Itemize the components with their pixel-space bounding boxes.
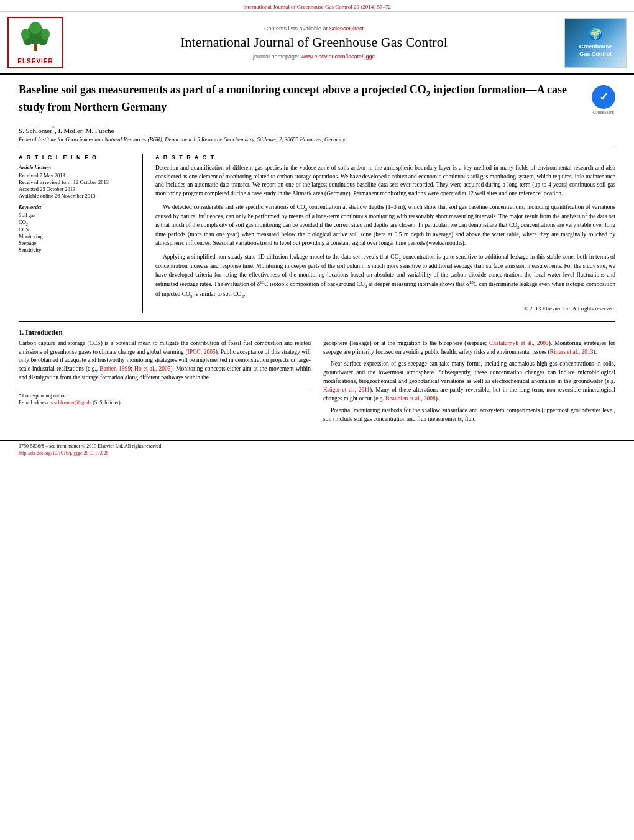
article-info-abstract-section: A R T I C L E I N F O Article history: R… [19, 154, 615, 313]
ritters-link[interactable]: Ritters et al., 2013 [550, 349, 594, 355]
intro-col-right: geosphere (leakage) or at the migration … [323, 339, 615, 428]
article-title: Baseline soil gas measurements as part o… [19, 82, 582, 114]
footnote-text: * Corresponding author. E-mail address: … [19, 392, 311, 406]
intro-left-p1: Carbon capture and storage (CCS) is a po… [19, 339, 311, 382]
ipcc-link[interactable]: IPCC, 2005 [188, 349, 216, 355]
intro-section: Carbon capture and storage (CCS) is a po… [19, 339, 615, 428]
authors-line: S. Schlömer*, I. Möller, M. Furche [19, 126, 615, 134]
elsevier-logo-inner: ELSEVIER [7, 17, 63, 68]
article-info-col: A R T I C L E I N F O Article history: R… [19, 154, 143, 313]
keyword-4: Monitoring [19, 233, 133, 239]
abstract-label: A B S T R A C T [155, 154, 615, 160]
crossmark-logo: ✓ CrossMark [592, 85, 615, 114]
article-title-section: Baseline soil gas measurements as part o… [19, 82, 615, 119]
accepted-date: Accepted 25 October 2013 [19, 186, 133, 192]
bottom-bar: 1750-5836/$ – see front matter © 2013 El… [0, 440, 634, 458]
received-revised-date: Received in revised form 12 October 2013 [19, 179, 133, 185]
article-content: Baseline soil gas measurements as part o… [0, 75, 634, 435]
doi-link[interactable]: http://dx.doi.org/10.1016/j.ijggc.2013.1… [19, 450, 109, 456]
ggc-logo: 🌍 GreenhouseGas Control [564, 18, 627, 68]
svg-point-4 [21, 29, 30, 40]
homepage-url[interactable]: www.elsevier.com/locate/ijggc [301, 53, 375, 60]
email-name: (S. Schlömer). [93, 400, 121, 405]
journal-title: International Journal of Greenhouse Gas … [70, 34, 558, 50]
elsevier-logo: ELSEVIER [7, 17, 63, 68]
page: International Journal of Greenhouse Gas … [0, 0, 634, 840]
abstract-p3: Applying a simplified non-steady state 1… [155, 253, 615, 300]
divider-line [19, 149, 615, 149]
journal-header-bar: International Journal of Greenhouse Gas … [0, 0, 634, 12]
keyword-3: CCS [19, 226, 133, 233]
ggc-logo-title: GreenhouseGas Control [579, 44, 612, 58]
affiliation: Federal Institute for Geosciences and Na… [19, 136, 615, 142]
history-label: Article history: [19, 164, 133, 170]
available-date: Available online 26 November 2013 [19, 193, 133, 199]
intro-body-left: Carbon capture and storage (CCS) is a po… [19, 339, 311, 382]
beaubien-link[interactable]: Beaubien et al., 2008 [385, 395, 435, 402]
ggc-logo-box: 🌍 GreenhouseGas Control [564, 18, 627, 68]
article-info-label: A R T I C L E I N F O [19, 154, 133, 160]
sciencedirect-link[interactable]: ScienceDirect [329, 25, 364, 32]
ho-link[interactable]: Ho et al., 2005 [134, 366, 170, 372]
corresponding-label: * Corresponding author. [19, 393, 67, 399]
intro-section-title: 1. Introduction [19, 328, 615, 336]
abstract-text: Detection and quantification of differen… [155, 164, 615, 313]
keyword-6: Sensitivity [19, 247, 133, 253]
chalaturnyk-link[interactable]: Chalaturnyk et al., 2005 [489, 340, 549, 346]
intro-right-p2: Near surface expression of gas seepage c… [323, 360, 615, 403]
crossmark-icon: ✓ [592, 85, 615, 109]
received-date: Received 7 May 2013 [19, 172, 133, 178]
keyword-1: Soil gas [19, 212, 133, 218]
keyword-5: Seepage [19, 240, 133, 246]
svg-point-5 [41, 29, 50, 40]
intro-right-p3: Potential monitoring methods for the sha… [323, 407, 615, 424]
intro-right-p1: geosphere (leakage) or at the migration … [323, 339, 615, 357]
issn-text: 1750-5836/$ – see front matter © 2013 El… [19, 443, 615, 449]
header-center: Contents lists available at ScienceDirec… [70, 25, 558, 59]
email-label: E-mail address: [19, 400, 50, 405]
header-section: ELSEVIER Contents lists available at Sci… [0, 12, 634, 75]
abstract-p2: We detected considerable and site specif… [155, 203, 615, 248]
journal-citation: International Journal of Greenhouse Gas … [243, 4, 391, 10]
barber-link[interactable]: Barber, 1999 [99, 366, 131, 372]
footnote-area: * Corresponding author. E-mail address: … [19, 389, 311, 406]
keywords-label: Keywords: [19, 204, 133, 210]
kruger-link[interactable]: Krüger et al., 2011 [323, 387, 370, 393]
author-names: S. Schlömer*, I. Möller, M. Furche [19, 127, 114, 134]
journal-homepage: journal homepage: www.elsevier.com/locat… [70, 53, 558, 60]
svg-point-6 [29, 22, 42, 34]
keyword-2: CO2 [19, 219, 133, 226]
elsevier-tree-icon [17, 21, 54, 55]
elsevier-wordmark: ELSEVIER [11, 58, 60, 65]
intro-col-left: Carbon capture and storage (CCS) is a po… [19, 339, 311, 428]
copyright-line: © 2013 Elsevier Ltd. All rights reserved… [155, 305, 615, 313]
contents-line: Contents lists available at ScienceDirec… [70, 25, 558, 32]
email-link[interactable]: s.schloemer@bgr.de [51, 400, 91, 405]
abstract-col: A B S T R A C T Detection and quantifica… [155, 154, 615, 313]
abstract-p1: Detection and quantification of differen… [155, 164, 615, 198]
section-divider [19, 321, 615, 322]
intro-body-right: geosphere (leakage) or at the migration … [323, 339, 615, 424]
